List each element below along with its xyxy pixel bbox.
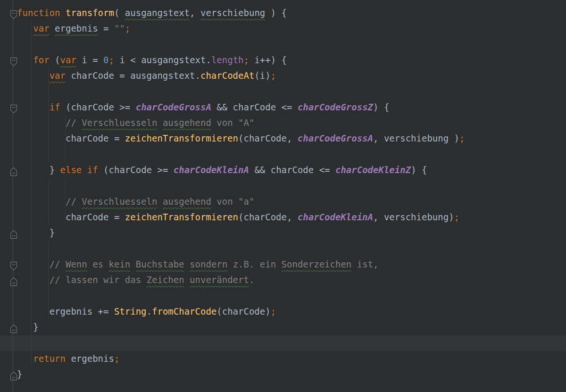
- code-token: [195, 8, 200, 18]
- code-token: sondern: [190, 259, 227, 269]
- code-token: .: [249, 275, 254, 285]
- code-token: charCodeKleinA: [298, 212, 373, 222]
- code-token: ,: [190, 8, 195, 18]
- code-token: // lassen wir das: [50, 275, 147, 285]
- code-line[interactable]: [17, 178, 465, 193]
- code-editor[interactable]: function transform( ausgangstext, versch…: [0, 0, 566, 392]
- code-token: [17, 259, 50, 269]
- code-token: Wenn: [66, 259, 87, 269]
- code-token: [17, 70, 50, 81]
- code-token: i++) {: [249, 55, 287, 65]
- code-token: [17, 117, 66, 128]
- code-token: , verschiebung ): [373, 133, 459, 143]
- fold-end-icon[interactable]: [10, 166, 17, 175]
- code-token: charCodeAt: [200, 70, 254, 81]
- code-token: von "A": [211, 117, 255, 128]
- code-token: (charCode,: [238, 133, 298, 143]
- code-line[interactable]: for (var i = 0; i < ausgangstext.length;…: [17, 52, 465, 68]
- code-token: ausgehend: [163, 196, 211, 207]
- code-line[interactable]: }: [17, 319, 465, 335]
- code-token: charCodeGrossA: [298, 133, 373, 143]
- code-token: .: [147, 306, 152, 317]
- code-line[interactable]: charCode = zeichenTransformieren(charCod…: [17, 209, 465, 225]
- code-token: [184, 275, 190, 285]
- code-token: function: [17, 8, 60, 18]
- code-line[interactable]: [17, 335, 465, 350]
- code-token: ergebnis +=: [17, 306, 114, 317]
- code-line[interactable]: [17, 83, 465, 99]
- code-token: [82, 165, 87, 175]
- code-token: es: [87, 259, 109, 269]
- code-line[interactable]: } else if (charCode >= charCodeKleinA &&…: [17, 162, 465, 178]
- code-line[interactable]: // Verschluesseln ausgehend von "a": [17, 194, 465, 209]
- code-token: Zeichen: [147, 275, 184, 285]
- code-token: var: [60, 55, 76, 65]
- code-token: var: [50, 70, 66, 81]
- code-token: charCodeGrossZ: [298, 102, 373, 112]
- code-line[interactable]: charCode = zeichenTransformieren(charCod…: [17, 131, 465, 146]
- fold-collapse-icon[interactable]: [10, 260, 17, 269]
- code-token: von "a": [211, 196, 255, 207]
- code-line[interactable]: [17, 37, 465, 52]
- fold-collapse-icon[interactable]: [10, 103, 17, 112]
- code-token: }: [17, 165, 60, 175]
- code-token: var: [33, 23, 49, 33]
- code-line[interactable]: if (charCode >= charCodeGrossA && charCo…: [17, 100, 465, 115]
- code-token: ergebnis: [55, 23, 98, 33]
- code-token: return: [33, 353, 66, 364]
- code-line[interactable]: [17, 288, 465, 303]
- code-line[interactable]: // lassen wir das Zeichen unverändert.: [17, 272, 465, 288]
- code-token: for: [33, 55, 49, 65]
- code-token: ;: [271, 70, 276, 81]
- code-token: unverändert: [190, 275, 249, 285]
- fold-collapse-icon[interactable]: [10, 56, 17, 65]
- code-token: , verschiebung): [373, 212, 454, 222]
- code-token: [17, 55, 33, 65]
- code-token: 0: [103, 55, 108, 65]
- code-token: ;: [109, 55, 114, 65]
- code-token: "": [114, 23, 125, 33]
- fold-collapse-icon[interactable]: [10, 8, 17, 18]
- code-token: ;: [271, 306, 276, 317]
- code-token: zeichenTransformieren: [125, 133, 238, 143]
- code-line[interactable]: }: [17, 367, 465, 382]
- code-token: [157, 196, 162, 207]
- code-line[interactable]: var ergebnis = "";: [17, 21, 465, 36]
- code-token: Verschluesseln: [82, 117, 157, 128]
- code-token: [50, 23, 55, 33]
- fold-end-icon[interactable]: [10, 275, 17, 285]
- code-line[interactable]: }: [17, 225, 465, 241]
- code-token: //: [66, 117, 82, 128]
- code-line[interactable]: [17, 147, 465, 162]
- code-token: [17, 23, 33, 33]
- code-token: ;: [459, 133, 465, 143]
- code-token: transform: [66, 8, 114, 18]
- code-token: [17, 102, 50, 112]
- code-token: =: [98, 23, 114, 33]
- fold-end-icon[interactable]: [10, 370, 17, 379]
- code-token: (: [114, 8, 125, 18]
- code-line[interactable]: // Verschluesseln ausgehend von "A": [17, 115, 465, 131]
- code-token: charCodeKleinZ: [335, 165, 411, 175]
- code-line[interactable]: var charCode = ausgangstext.charCodeAt(i…: [17, 68, 465, 83]
- fold-end-icon[interactable]: [10, 228, 17, 238]
- code-token: ) {: [265, 8, 287, 18]
- fold-end-icon[interactable]: [10, 323, 17, 332]
- code-line[interactable]: [17, 241, 465, 256]
- code-token: }: [17, 322, 39, 332]
- code-token: ergebnis: [66, 353, 114, 364]
- code-token: Buchstabe: [136, 259, 184, 269]
- code-token: if: [50, 102, 60, 112]
- code-token: [157, 117, 162, 128]
- code-token: verschiebung: [200, 8, 265, 18]
- code-token: && charCode <=: [249, 165, 335, 175]
- code-token: [130, 259, 135, 269]
- code-token: charCode = ausgangstext.: [66, 70, 200, 81]
- code-token: if: [87, 165, 98, 175]
- code-token: String: [114, 306, 147, 317]
- code-token: ausgangstext: [125, 8, 190, 18]
- code-line[interactable]: function transform( ausgangstext, versch…: [17, 5, 465, 21]
- code-line[interactable]: // Wenn es kein Buchstabe sondern z.B. e…: [17, 257, 465, 272]
- code-line[interactable]: return ergebnis;: [17, 351, 465, 367]
- code-line[interactable]: ergebnis += String.fromCharCode(charCode…: [17, 304, 465, 319]
